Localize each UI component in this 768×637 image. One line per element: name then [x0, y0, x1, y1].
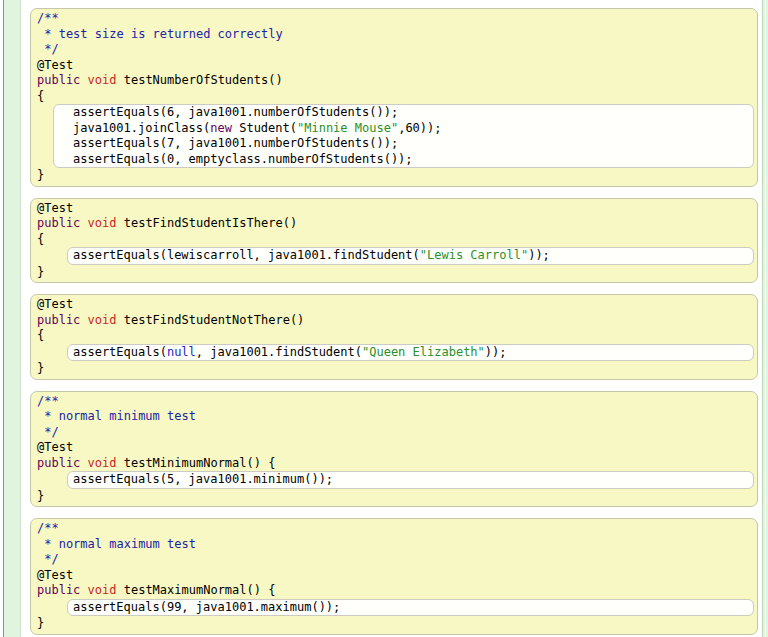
code-token-plain: , java1001.findStudent( [196, 345, 362, 359]
code-token-keyword: public [37, 73, 80, 87]
code-token-keyword: public [37, 313, 80, 327]
code-token-plain: )); [528, 248, 550, 262]
code-token-keyword: public [37, 583, 80, 597]
code-token-plain: testMaximumNormal() { [117, 583, 276, 597]
code-token-plain: assertEquals(5, java1001.minimum()); [73, 472, 333, 486]
code-token-plain: assertEquals(0, emptyclass.numberOfStude… [73, 152, 413, 166]
code-token-plain: java1001.joinClass( [73, 121, 210, 135]
code-line[interactable]: @Test [37, 568, 757, 584]
code-line[interactable]: assertEquals(0, emptyclass.numberOfStude… [73, 152, 753, 168]
code-token-string: "Queen Elizabeth" [362, 345, 485, 359]
code-line[interactable]: assertEquals(7, java1001.numberOfStudent… [73, 136, 753, 152]
code-token-type: void [88, 313, 117, 327]
code-token-comment: /** [37, 11, 59, 25]
code-token-plain: @Test [37, 440, 73, 454]
code-token-plain [80, 216, 87, 230]
code-line[interactable]: assertEquals(null, java1001.findStudent(… [73, 345, 753, 361]
code-line[interactable]: assertEquals(99, java1001.maximum()); [73, 600, 753, 616]
code-token-plain [80, 73, 87, 87]
code-token-plain: assertEquals(lewiscarroll, java1001.find… [73, 248, 420, 262]
code-line[interactable]: public void testNumberOfStudents() [37, 73, 757, 89]
code-line[interactable]: public void testMinimumNormal() { [37, 456, 757, 472]
method-scope-box-testFindStudentNotThere[interactable]: @Testpublic void testFindStudentNotThere… [30, 294, 758, 380]
code-token-plain: testNumberOfStudents() [117, 73, 283, 87]
method-scope-box-testMinimumNormal[interactable]: /** * normal minimum test */@Testpublic … [30, 391, 758, 508]
code-line[interactable]: * normal minimum test [37, 409, 757, 425]
code-line[interactable]: assertEquals(lewiscarroll, java1001.find… [73, 248, 753, 264]
code-token-plain: ,60)); [398, 121, 441, 135]
code-token-comment: /** [37, 394, 59, 408]
code-token-comment: */ [37, 425, 59, 439]
code-token-keyword: public [37, 216, 80, 230]
method-body-scope-box[interactable]: assertEquals(lewiscarroll, java1001.find… [67, 247, 754, 265]
code-token-plain: testFindStudentIsThere() [117, 216, 298, 230]
code-line[interactable]: public void testMaximumNormal() { [37, 583, 757, 599]
code-token-type: void [88, 456, 117, 470]
code-area[interactable]: /** * test size is returned correctly */… [30, 8, 758, 637]
code-line[interactable]: /** [37, 394, 757, 410]
code-token-comment: * normal minimum test [37, 409, 196, 423]
code-line[interactable]: @Test [37, 58, 757, 74]
code-token-plain: { [37, 232, 44, 246]
class-scope-strip-left [3, 0, 21, 637]
code-token-keyword: new [210, 121, 232, 135]
code-token-plain: } [37, 361, 44, 375]
class-scope-strip-right [762, 0, 768, 637]
code-line[interactable]: */ [37, 42, 757, 58]
code-line[interactable]: { [37, 89, 757, 105]
code-line[interactable]: /** [37, 521, 757, 537]
method-scope-box-testFindStudentIsThere[interactable]: @Testpublic void testFindStudentIsThere(… [30, 198, 758, 284]
bluej-editor-viewport: { "editor": { "colors": { "page_bg": "#f… [0, 0, 768, 637]
code-token-plain: testFindStudentNotThere() [117, 313, 305, 327]
code-line[interactable]: { [37, 328, 757, 344]
method-scope-box-testMaximumNormal[interactable]: /** * normal maximum test */@Testpublic … [30, 518, 758, 635]
code-line[interactable]: java1001.joinClass(new Student("Minnie M… [73, 121, 753, 137]
code-token-plain: @Test [37, 568, 73, 582]
code-token-comment: * normal maximum test [37, 537, 196, 551]
code-token-plain: } [37, 616, 44, 630]
code-token-plain: assertEquals(7, java1001.numberOfStudent… [73, 136, 398, 150]
code-line[interactable]: @Test [37, 201, 757, 217]
code-line[interactable]: } [37, 616, 757, 632]
code-token-type: void [88, 583, 117, 597]
code-token-plain: )); [485, 345, 507, 359]
code-token-string: "Minnie Mouse" [297, 121, 398, 135]
code-line[interactable]: * normal maximum test [37, 537, 757, 553]
code-line[interactable]: public void testFindStudentNotThere() [37, 313, 757, 329]
code-token-plain: } [37, 265, 44, 279]
code-line[interactable]: /** [37, 11, 757, 27]
code-token-plain: { [37, 89, 44, 103]
code-token-plain: @Test [37, 297, 73, 311]
code-token-literal: null [167, 345, 196, 359]
method-body-scope-box[interactable]: assertEquals(5, java1001.minimum()); [67, 471, 754, 489]
code-token-plain [80, 313, 87, 327]
method-body-scope-box[interactable]: assertEquals(null, java1001.findStudent(… [67, 344, 754, 362]
code-line[interactable]: } [37, 489, 757, 505]
code-line[interactable]: } [37, 168, 757, 184]
code-line[interactable]: @Test [37, 440, 757, 456]
code-token-plain [80, 583, 87, 597]
code-line[interactable]: @Test [37, 297, 757, 313]
code-token-plain: } [37, 168, 44, 182]
code-line[interactable]: } [37, 361, 757, 377]
method-body-scope-box[interactable]: assertEquals(99, java1001.maximum()); [67, 599, 754, 617]
code-line[interactable]: */ [37, 552, 757, 568]
code-token-comment: /** [37, 521, 59, 535]
code-token-comment: * test size is returned correctly [37, 27, 283, 41]
code-line[interactable]: */ [37, 425, 757, 441]
code-token-string: "Lewis Carroll" [420, 248, 528, 262]
code-line[interactable]: assertEquals(5, java1001.minimum()); [73, 472, 753, 488]
code-line[interactable]: { [37, 232, 757, 248]
code-token-comment: */ [37, 552, 59, 566]
code-line[interactable]: * test size is returned correctly [37, 27, 757, 43]
code-token-plain: { [37, 328, 44, 342]
method-scope-box-testNumberOfStudents[interactable]: /** * test size is returned correctly */… [30, 8, 758, 187]
code-token-plain: @Test [37, 201, 73, 215]
code-line[interactable]: assertEquals(6, java1001.numberOfStudent… [73, 105, 753, 121]
code-line[interactable]: } [37, 265, 757, 281]
code-token-keyword: public [37, 456, 80, 470]
code-token-plain: assertEquals(6, java1001.numberOfStudent… [73, 105, 398, 119]
code-token-type: void [88, 73, 117, 87]
code-line[interactable]: public void testFindStudentIsThere() [37, 216, 757, 232]
method-body-scope-box[interactable]: assertEquals(6, java1001.numberOfStudent… [53, 104, 754, 168]
